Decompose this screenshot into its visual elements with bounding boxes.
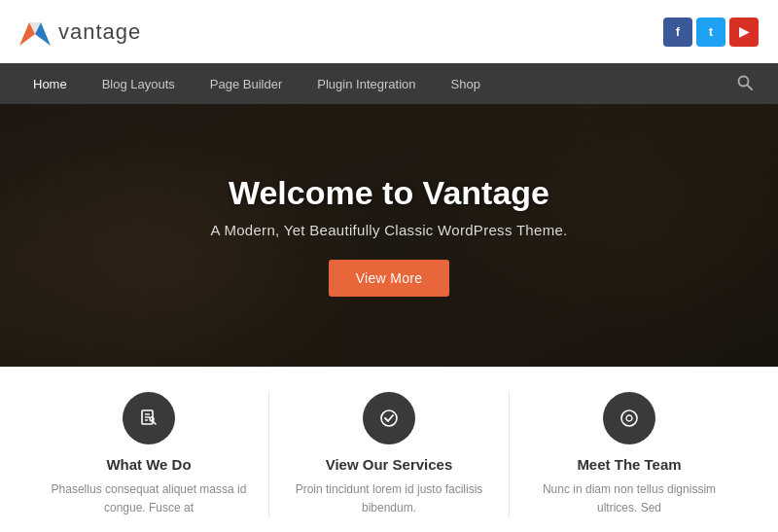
- nav-items: Home Blog Layouts Page Builder Plugin In…: [16, 63, 498, 104]
- what-we-do-title: What We Do: [49, 456, 249, 473]
- meet-team-text: Nunc in diam non tellus dignissim ultric…: [529, 480, 729, 517]
- search-icon[interactable]: [727, 75, 762, 93]
- svg-point-10: [150, 417, 154, 421]
- what-we-do-text: Phasellus consequat aliquet massa id con…: [49, 480, 249, 517]
- logo[interactable]: vantage: [19, 18, 141, 46]
- hero-subtitle: A Modern, Yet Beautifully Classic WordPr…: [210, 222, 567, 238]
- navbar: Home Blog Layouts Page Builder Plugin In…: [0, 63, 778, 104]
- svg-line-4: [748, 85, 753, 89]
- view-services-icon: [363, 392, 415, 444]
- meet-team-icon: [603, 392, 655, 444]
- nav-home[interactable]: Home: [16, 63, 85, 104]
- svg-point-11: [381, 410, 397, 426]
- feature-view-services: View Our Services Proin tincidunt lorem …: [269, 392, 509, 517]
- what-we-do-icon: [123, 392, 175, 444]
- feature-meet-team: Meet The Team Nunc in diam non tellus di…: [510, 392, 749, 517]
- nav-page-builder[interactable]: Page Builder: [193, 63, 300, 104]
- hero-title: Welcome to Vantage: [210, 174, 567, 212]
- nav-plugin-integration[interactable]: Plugin Integration: [300, 63, 433, 104]
- meet-team-title: Meet The Team: [529, 456, 729, 473]
- hero-section: Welcome to Vantage A Modern, Yet Beautif…: [0, 104, 778, 367]
- twitter-button[interactable]: t: [696, 18, 725, 47]
- facebook-button[interactable]: f: [663, 18, 692, 47]
- svg-point-13: [626, 415, 632, 421]
- logo-icon: [19, 18, 51, 46]
- logo-text: vantage: [58, 19, 141, 45]
- view-services-title: View Our Services: [289, 456, 489, 473]
- features-section: What We Do Phasellus consequat aliquet m…: [0, 367, 778, 532]
- svg-point-12: [621, 410, 637, 426]
- header: vantage f t ▶: [0, 0, 778, 63]
- nav-shop[interactable]: Shop: [434, 63, 498, 104]
- nav-blog-layouts[interactable]: Blog Layouts: [85, 63, 193, 104]
- hero-content: Welcome to Vantage A Modern, Yet Beautif…: [210, 174, 567, 297]
- social-icons: f t ▶: [663, 18, 759, 47]
- view-more-button[interactable]: View More: [329, 260, 450, 297]
- youtube-button[interactable]: ▶: [729, 18, 759, 47]
- feature-what-we-do: What We Do Phasellus consequat aliquet m…: [29, 392, 268, 517]
- view-services-text: Proin tincidunt lorem id justo facilisis…: [289, 480, 489, 517]
